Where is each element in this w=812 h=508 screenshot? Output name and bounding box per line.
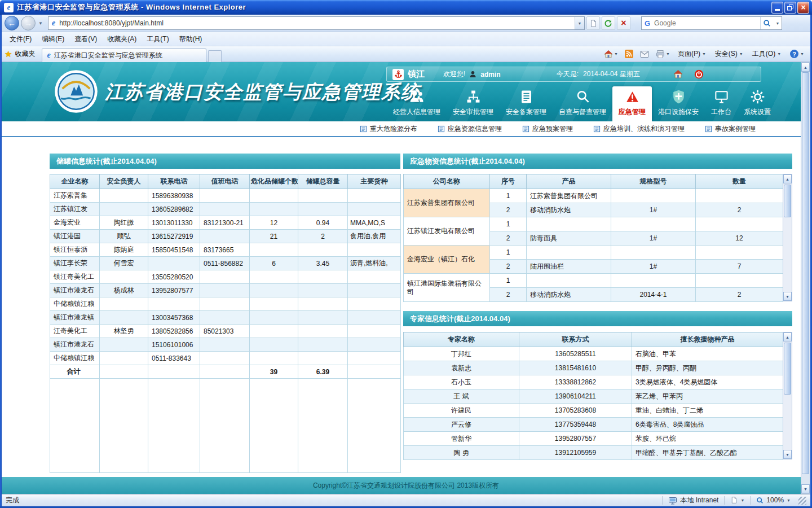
scroll-thumb[interactable] <box>784 343 791 395</box>
nav-label: 系统设置 <box>744 107 771 117</box>
security-icon <box>671 89 686 104</box>
google-logo-icon: G <box>645 19 650 28</box>
nav-item-0[interactable]: 经营人信息管理 <box>387 86 447 121</box>
menu-item-3[interactable]: 收藏夹(A) <box>102 33 142 46</box>
approval-icon <box>466 89 481 104</box>
nav-item-6[interactable]: 工作台 <box>705 86 738 121</box>
username: admin <box>480 71 500 78</box>
column-header: 专家名称 <box>404 332 519 347</box>
search-dropdown-icon[interactable]: ▼ <box>774 17 782 29</box>
address-bar: ← → ▼ e ▼ × G ▼ <box>0 15 812 32</box>
nav-item-2[interactable]: 安全备案管理 <box>500 86 553 121</box>
scroll-up-icon[interactable]: ▲ <box>801 63 810 72</box>
form-icon <box>705 125 712 133</box>
scroll-up-icon[interactable]: ▲ <box>783 174 792 183</box>
url-input[interactable] <box>58 19 575 28</box>
zoom-level: 100% <box>766 496 784 504</box>
scroll-thumb[interactable] <box>784 185 791 217</box>
submenu-item-3[interactable]: 应急培训、演练和演习管理 <box>593 124 685 134</box>
today-label: 今天是: <box>557 69 579 79</box>
scroll-down-icon[interactable]: ▼ <box>801 484 810 493</box>
submenu-item-1[interactable]: 应急资源信息管理 <box>438 124 502 134</box>
menu-item-0[interactable]: 文件(F) <box>5 33 37 46</box>
help-button[interactable]: ?▼ <box>787 49 807 59</box>
search-input[interactable] <box>653 19 760 28</box>
form-icon <box>360 125 367 133</box>
submenu-item-0[interactable]: 重大危险源分布 <box>360 124 417 134</box>
history-dropdown-icon[interactable]: ▼ <box>37 21 44 26</box>
nav-item-1[interactable]: 安全审批管理 <box>447 86 500 121</box>
submenu-item-2[interactable]: 应急预案管理 <box>522 124 573 134</box>
menu-item-2[interactable]: 查看(V) <box>69 33 102 46</box>
minimize-button[interactable] <box>771 2 783 14</box>
back-button[interactable]: ← <box>5 16 19 30</box>
scroll-thumb[interactable] <box>802 72 809 474</box>
experts-panel-title: 专家信息统计(截止2014.04.04) <box>403 311 792 326</box>
home-shortcut-icon[interactable] <box>673 69 683 79</box>
protected-mode-indicator[interactable]: ▼ <box>724 496 750 505</box>
window-titlebar: e 江苏省港口安全监管与应急管理系统 - Windows Internet Ex… <box>0 0 812 15</box>
status-bar: 完成 本地 Intranet ▼ 100% ▼ <box>0 494 812 506</box>
nav-item-7[interactable]: 系统设置 <box>738 86 777 121</box>
anchor-icon <box>392 69 404 80</box>
supplies-scrollbar[interactable]: ▲ ▼ <box>783 174 792 301</box>
form-icon <box>522 125 529 133</box>
submenu-item-4[interactable]: 事故案例管理 <box>705 124 756 134</box>
favorites-star-icon[interactable]: ★ <box>5 49 12 59</box>
forward-button[interactable]: → <box>21 16 36 30</box>
operators-icon <box>409 89 425 104</box>
nav-item-4[interactable]: 应急管理 <box>612 86 652 121</box>
browser-tab[interactable]: e 江苏省港口安全监管与应急管理系统 <box>42 49 206 62</box>
url-dropdown-icon[interactable]: ▼ <box>575 17 584 29</box>
security-zone[interactable]: 本地 Intranet <box>662 496 724 505</box>
close-button[interactable]: × <box>797 2 809 14</box>
column-header: 规格型号 <box>611 174 696 189</box>
column-header: 公司名称 <box>404 174 490 189</box>
home-dropdown-icon[interactable]: ▼ <box>614 52 618 56</box>
column-header: 主要货种 <box>348 174 401 189</box>
print-dropdown-icon[interactable]: ▼ <box>666 52 670 56</box>
nav-item-3[interactable]: 自查与督查管理 <box>553 86 612 121</box>
scroll-down-icon[interactable]: ▼ <box>783 292 792 301</box>
column-header: 储罐总容量 <box>298 174 348 189</box>
page-scrollbar[interactable]: ▲ ▼ <box>801 62 810 494</box>
home-button[interactable]: ▼ <box>602 49 620 60</box>
scroll-down-icon[interactable]: ▼ <box>783 450 792 459</box>
supplies-row: 江苏索普集团有限公司1江苏索普集团有限公司 <box>404 189 783 203</box>
refresh-button[interactable] <box>602 16 615 30</box>
menu-item-4[interactable]: 工具(T) <box>142 33 174 46</box>
tank-row: 江奇美化工林坚勇1380528285685021303 <box>50 325 401 338</box>
tank-row: 镇江市港龙镇13003457368 <box>50 311 401 325</box>
menu-item-1[interactable]: 编辑(E) <box>37 33 69 46</box>
column-header: 危化品储罐个数 <box>250 174 298 189</box>
experts-scrollbar[interactable]: ▲ ▼ <box>783 332 792 459</box>
zone-label: 本地 Intranet <box>680 496 718 505</box>
search-magnifier-icon[interactable] <box>760 17 774 29</box>
feeds-button[interactable] <box>623 49 636 59</box>
tank-table-header-row: 企业名称安全负责人联系电话值班电话危化品储罐个数储罐总容量主要货种 <box>50 174 401 189</box>
stop-button[interactable]: × <box>617 16 630 30</box>
page-header: 江苏省港口安全监管与应急管理系统 镇江 欢迎您! admin 今天是: 2014… <box>0 62 812 121</box>
workbench-icon <box>714 89 729 104</box>
tank-panel-title: 储罐信息统计(截止2014.04.04) <box>50 154 400 169</box>
experts-table: 专家名称联系方式擅长救援物种产品 丁邦红13605285511石脑油、甲苯袁新忠… <box>403 332 783 460</box>
print-button[interactable]: ▼ <box>654 49 672 60</box>
form-icon <box>593 125 601 133</box>
safety-menu-button[interactable]: 安全(S)▼ <box>712 48 747 60</box>
tools-menu-button[interactable]: 工具(O)▼ <box>749 48 784 60</box>
zoom-control[interactable]: 100% ▼ <box>750 496 796 505</box>
resize-grip[interactable] <box>798 497 806 505</box>
tab-favicon-icon: e <box>47 51 50 60</box>
mail-button[interactable] <box>638 49 651 59</box>
scroll-up-icon[interactable]: ▲ <box>783 332 792 341</box>
nav-item-5[interactable]: 港口设施保安 <box>652 86 705 121</box>
supplies-row: 江苏镇江发电有限公司1 <box>404 217 783 231</box>
compatibility-view-button[interactable] <box>586 16 600 30</box>
page-menu-button[interactable]: 页面(P)▼ <box>674 48 709 60</box>
new-tab-button[interactable] <box>208 50 222 62</box>
favorites-label[interactable]: 收藏夹 <box>15 49 35 59</box>
logout-power-icon[interactable] <box>694 69 704 79</box>
sub-menu: 重大危险源分布应急资源信息管理应急预案管理应急培训、演练和演习管理事故案例管理 <box>0 121 812 137</box>
restore-button[interactable] <box>784 2 796 14</box>
menu-item-5[interactable]: 帮助(H) <box>174 33 208 46</box>
